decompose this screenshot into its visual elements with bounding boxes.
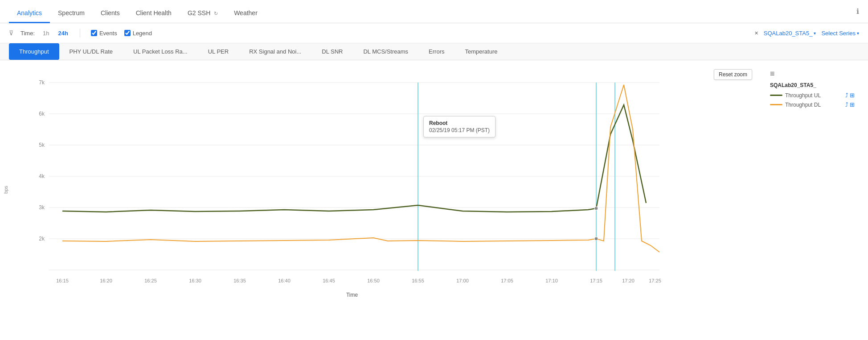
- legend-icons-dl: ⤴ ⊞: [845, 101, 855, 108]
- legend-panel: ≡ SQALab20_STA5_ Throughput UL ⤴ ⊞ Throu…: [761, 65, 859, 315]
- chart-svg-container: Reset zoom Reboot 02/25/19 05:17 PM (PST…: [27, 65, 761, 315]
- checkbox-group: Events Legend: [91, 30, 152, 37]
- toolbar-right: × SQALab20_STA5_ ▾ Select Series ▾: [755, 29, 859, 37]
- svg-text:17:10: 17:10: [545, 278, 558, 283]
- chart-wrapper: bps Reset zoom Reboot 02/25/19 05:17 PM …: [9, 65, 761, 315]
- reset-zoom-button[interactable]: Reset zoom: [714, 69, 752, 80]
- svg-text:16:15: 16:15: [56, 278, 69, 283]
- legend-item-dl: Throughput DL ⤴ ⊞: [770, 101, 855, 108]
- svg-point-32: [594, 207, 598, 210]
- tab-analytics[interactable]: Analytics: [9, 4, 50, 23]
- series-tab-errors[interactable]: Errors: [418, 43, 454, 60]
- select-series-dropdown[interactable]: Select Series ▾: [821, 30, 859, 37]
- chart-svg: 7k 6k 5k 4k 3k 2k 16:15 16:20 16:25 16:3…: [27, 65, 704, 315]
- svg-text:16:50: 16:50: [367, 278, 380, 283]
- toolbar: ⊽ Time: 1h 24h Events Legend × SQALab20_…: [0, 23, 868, 43]
- tab-spectrum[interactable]: Spectrum: [50, 4, 93, 23]
- svg-text:5k: 5k: [39, 142, 45, 148]
- svg-text:17:05: 17:05: [501, 278, 513, 283]
- svg-text:16:30: 16:30: [189, 278, 201, 283]
- info-icon[interactable]: ℹ: [856, 7, 859, 16]
- legend-checkbox-input[interactable]: [124, 30, 131, 36]
- svg-text:16:35: 16:35: [233, 278, 246, 283]
- svg-text:7k: 7k: [39, 79, 45, 86]
- legend-label-ul: Throughput UL: [785, 92, 843, 99]
- svg-text:16:45: 16:45: [323, 278, 335, 283]
- legend-chart-icon-dl[interactable]: ⤴: [845, 101, 848, 108]
- series-tabs: Throughput PHY UL/DL Rate UL Packet Loss…: [0, 43, 868, 60]
- svg-text:16:55: 16:55: [412, 278, 424, 283]
- legend-label-dl: Throughput DL: [785, 102, 843, 108]
- time-label: Time:: [20, 30, 35, 37]
- select-series-arrow: ▾: [857, 31, 859, 36]
- svg-text:2k: 2k: [39, 236, 45, 242]
- time-1h-button[interactable]: 1h: [43, 30, 49, 37]
- close-station-button[interactable]: ×: [755, 29, 758, 37]
- series-tab-rx-signal[interactable]: RX Signal and Noi...: [239, 43, 311, 60]
- hamburger-icon[interactable]: ≡: [770, 69, 855, 79]
- svg-text:16:40: 16:40: [278, 278, 291, 283]
- legend-chart-icon-ul[interactable]: ⤴: [845, 92, 848, 99]
- legend-icons-ul: ⤴ ⊞: [845, 92, 855, 99]
- svg-text:16:25: 16:25: [144, 278, 157, 283]
- y-axis-label: bps: [3, 186, 8, 194]
- svg-text:Time: Time: [346, 292, 358, 298]
- series-tab-dl-mcs[interactable]: DL MCS/Streams: [353, 43, 418, 60]
- tab-client-health[interactable]: Client Health: [128, 4, 180, 23]
- time-24h-button[interactable]: 24h: [58, 30, 68, 37]
- svg-text:17:00: 17:00: [456, 278, 469, 283]
- legend-color-ul: [770, 95, 782, 96]
- legend-checkbox[interactable]: Legend: [124, 30, 152, 37]
- events-checkbox[interactable]: Events: [91, 30, 117, 37]
- events-checkbox-input[interactable]: [91, 30, 97, 36]
- legend-station-title: SQALab20_STA5_: [770, 82, 855, 88]
- refresh-icon: ↻: [214, 11, 218, 17]
- chart-area: bps Reset zoom Reboot 02/25/19 05:17 PM …: [0, 60, 868, 323]
- svg-text:17:15: 17:15: [590, 278, 602, 283]
- svg-text:17:25: 17:25: [649, 278, 661, 283]
- tab-weather[interactable]: Weather: [226, 4, 266, 23]
- svg-text:17:20: 17:20: [622, 278, 635, 283]
- series-tab-phy-ul-dl[interactable]: PHY UL/DL Rate: [59, 43, 123, 60]
- series-tab-ul-per[interactable]: UL PER: [198, 43, 239, 60]
- station-dropdown[interactable]: SQALab20_STA5_ ▾: [764, 30, 816, 37]
- legend-table-icon-dl[interactable]: ⊞: [850, 101, 855, 108]
- divider: [80, 29, 80, 37]
- app-container: Analytics Spectrum Clients Client Health…: [0, 0, 868, 340]
- series-tab-throughput[interactable]: Throughput: [9, 43, 59, 60]
- tab-g2ssh[interactable]: G2 SSH ↻: [180, 4, 226, 23]
- svg-text:6k: 6k: [39, 111, 45, 117]
- svg-point-33: [594, 237, 598, 240]
- series-tab-dl-snr[interactable]: DL SNR: [311, 43, 353, 60]
- legend-color-dl: [770, 104, 782, 105]
- legend-table-icon-ul[interactable]: ⊞: [850, 92, 855, 99]
- tab-bar: Analytics Spectrum Clients Client Health…: [0, 0, 868, 23]
- svg-text:16:20: 16:20: [100, 278, 112, 283]
- series-tab-temperature[interactable]: Temperature: [455, 43, 508, 60]
- svg-text:3k: 3k: [39, 204, 45, 211]
- legend-item-ul: Throughput UL ⤴ ⊞: [770, 92, 855, 99]
- filter-icon[interactable]: ⊽: [9, 29, 13, 37]
- tab-clients[interactable]: Clients: [93, 4, 128, 23]
- svg-text:4k: 4k: [39, 173, 45, 179]
- station-dropdown-arrow: ▾: [814, 31, 816, 36]
- series-tab-ul-packet-loss[interactable]: UL Packet Loss Ra...: [123, 43, 198, 60]
